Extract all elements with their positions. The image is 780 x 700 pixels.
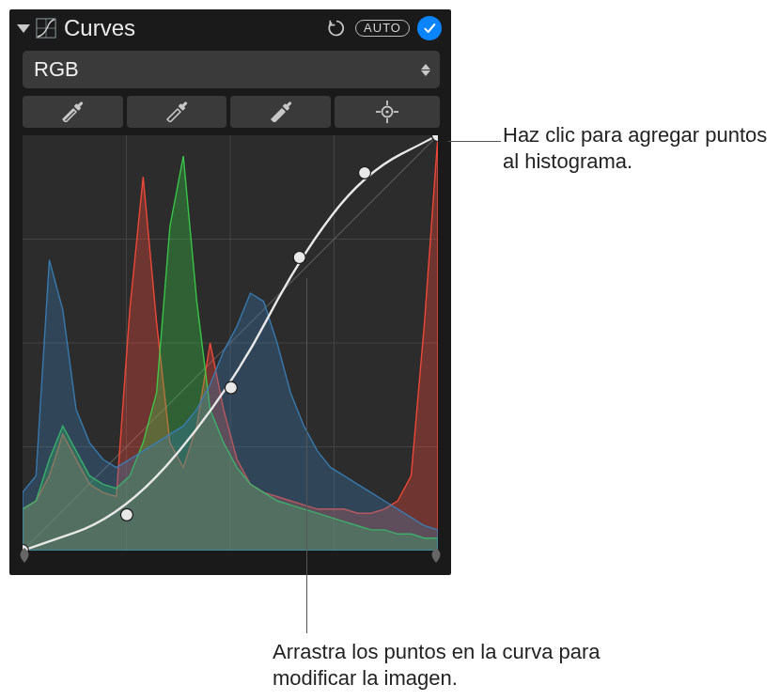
curves-icon (36, 18, 56, 39)
svg-point-26 (359, 166, 371, 179)
panel-title: Curves (64, 15, 321, 41)
svg-point-24 (225, 381, 237, 394)
stepper-icon (421, 64, 430, 76)
black-point-eyedropper-button[interactable] (23, 96, 123, 128)
callout-leader-line (448, 141, 501, 142)
svg-point-27 (432, 135, 439, 142)
channel-select-label: RGB (34, 57, 79, 82)
callout-drag-point: Arrastra los puntos en la curva para mod… (273, 639, 648, 691)
tone-curve[interactable] (23, 135, 438, 551)
callout-leader-line-2 (306, 278, 307, 633)
channel-select[interactable]: RGB (23, 51, 440, 88)
disclosure-triangle-icon[interactable] (17, 24, 30, 33)
svg-point-23 (120, 508, 133, 521)
channel-row: RGB (9, 45, 451, 92)
white-point-eyedropper-button[interactable] (230, 96, 331, 128)
reset-icon[interactable] (327, 19, 346, 38)
eyedropper-row (9, 92, 451, 132)
enabled-checkmark-icon[interactable] (417, 16, 442, 40)
black-point-marker-icon[interactable] (17, 547, 32, 564)
callout-add-point: Haz clic para agregar puntos al histogra… (503, 122, 775, 174)
curves-graph[interactable] (23, 135, 438, 551)
curves-header: Curves AUTO (9, 9, 451, 45)
gray-point-eyedropper-button[interactable] (127, 96, 227, 128)
add-point-button[interactable] (335, 96, 440, 128)
curves-panel: Curves AUTO RGB (9, 9, 451, 575)
svg-point-25 (293, 252, 305, 264)
svg-point-10 (385, 110, 388, 113)
auto-button[interactable]: AUTO (355, 20, 410, 37)
curves-graph-wrap (9, 132, 451, 568)
white-point-marker-icon[interactable] (429, 547, 444, 564)
range-markers (23, 551, 438, 568)
